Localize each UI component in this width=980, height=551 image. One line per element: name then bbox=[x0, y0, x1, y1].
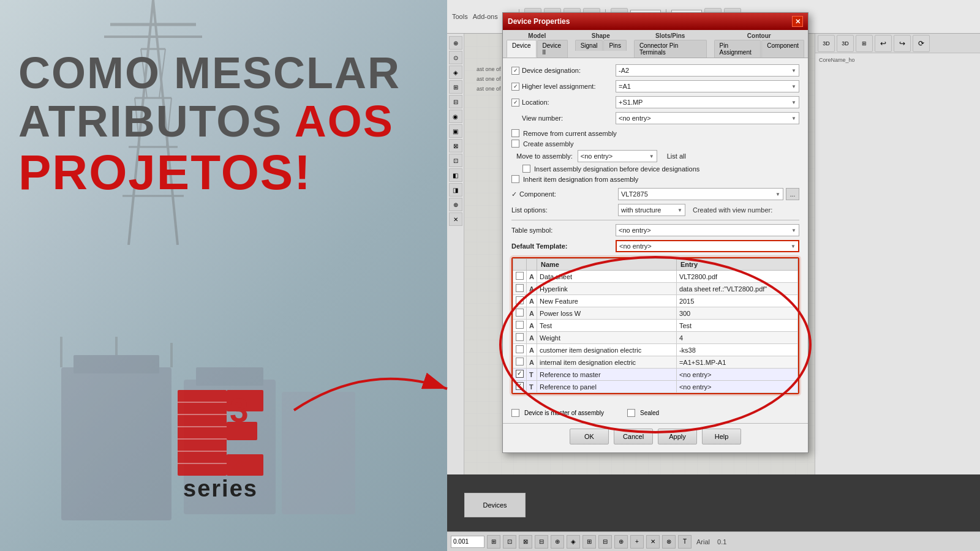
component-input[interactable]: VLT2875 ▼ bbox=[618, 188, 783, 200]
corename-label: CoreName_ho bbox=[819, 57, 976, 63]
snap-input[interactable]: 0.001 bbox=[451, 536, 484, 548]
attr-row-checkbox[interactable] bbox=[516, 296, 524, 304]
attr-row-name: Power loss W bbox=[537, 307, 676, 320]
bottom-btn-text[interactable]: T bbox=[678, 535, 692, 549]
right-panel-btn-3[interactable]: ⊞ bbox=[856, 35, 873, 52]
device-designation-label: Device designation: bbox=[511, 67, 616, 75]
right-panel-btn-4[interactable]: ↩ bbox=[875, 35, 892, 52]
tab-connector-pin-terminals[interactable]: Connector Pin Terminals bbox=[634, 40, 707, 58]
bottom-btn-7[interactable]: ⊞ bbox=[582, 535, 596, 549]
bottom-btn-5[interactable]: ⊕ bbox=[551, 535, 564, 549]
default-template-input[interactable]: <no entry> ▼ bbox=[616, 240, 799, 252]
side-btn-11[interactable]: ◨ bbox=[449, 183, 462, 197]
side-btn-7[interactable]: ▣ bbox=[449, 124, 462, 138]
inherit-checkbox[interactable] bbox=[511, 175, 519, 183]
device-designation-arrow: ▼ bbox=[791, 68, 796, 73]
bottom-btn-11[interactable]: ✕ bbox=[646, 535, 660, 549]
side-btn-6[interactable]: ◉ bbox=[449, 110, 462, 123]
location-input[interactable]: +S1.MP ▼ bbox=[616, 96, 799, 108]
dialog-close-button[interactable]: ✕ bbox=[792, 16, 803, 27]
tab-slots-items: Connector Pin Terminals bbox=[634, 40, 707, 58]
bottom-btn-10[interactable]: + bbox=[630, 535, 644, 549]
bottom-row-1: Device is master of assembly Sealed bbox=[511, 409, 799, 417]
attr-row-checkbox[interactable] bbox=[516, 284, 524, 292]
cancel-button[interactable]: Cancel bbox=[614, 429, 653, 444]
component-ellipsis-button[interactable]: ... bbox=[786, 188, 799, 200]
side-btn-2[interactable]: ⊙ bbox=[449, 51, 462, 64]
menu-addons[interactable]: Add-ons bbox=[473, 13, 498, 20]
attr-table-row: APower loss W300 bbox=[513, 307, 798, 320]
location-arrow: ▼ bbox=[791, 100, 796, 105]
help-button[interactable]: Help bbox=[702, 429, 741, 444]
attr-row-checkbox[interactable] bbox=[516, 382, 524, 390]
dialog-title: Device Properties bbox=[508, 17, 570, 26]
bottom-btn-1[interactable]: ⊞ bbox=[487, 535, 500, 549]
attr-row-checkbox[interactable] bbox=[516, 309, 524, 317]
menu-tools[interactable]: Tools bbox=[452, 13, 468, 20]
higher-level-checkbox[interactable] bbox=[511, 83, 519, 91]
bottom-btn-6[interactable]: ◈ bbox=[567, 535, 580, 549]
component-checkbox[interactable] bbox=[511, 190, 517, 198]
side-btn-4[interactable]: ⊞ bbox=[449, 80, 462, 94]
attr-row-checkbox[interactable] bbox=[516, 321, 524, 329]
tab-device-ii[interactable]: Device II bbox=[537, 40, 568, 58]
right-panel-btn-1[interactable]: 3D bbox=[818, 35, 835, 52]
device-designation-input[interactable]: -A2 ▼ bbox=[616, 64, 799, 77]
side-btn-5[interactable]: ⊟ bbox=[449, 95, 462, 108]
attr-row-checkbox[interactable] bbox=[516, 272, 524, 280]
tab-device[interactable]: Device bbox=[507, 40, 537, 58]
location-label-text: Location: bbox=[522, 99, 549, 106]
list-options-select[interactable]: with structure ▼ bbox=[618, 204, 685, 216]
devices-panel[interactable]: Devices bbox=[464, 493, 526, 517]
side-btn-3[interactable]: ◈ bbox=[449, 66, 462, 79]
attributes-table: Name Entry AData sheetVLT2800.pdfAHyperl… bbox=[513, 258, 798, 393]
bottom-btn-3[interactable]: ⊠ bbox=[519, 535, 532, 549]
higher-level-input[interactable]: =A1 ▼ bbox=[616, 80, 799, 92]
side-btn-close[interactable]: ✕ bbox=[449, 212, 462, 226]
tab-contour-group-label: Contour bbox=[747, 32, 771, 40]
side-btn-8[interactable]: ⊠ bbox=[449, 139, 462, 152]
attr-row-checkbox[interactable] bbox=[516, 370, 524, 378]
sealed-checkbox[interactable] bbox=[627, 409, 635, 417]
side-btn-1[interactable]: ⊕ bbox=[449, 36, 462, 50]
side-btn-12[interactable]: ⊕ bbox=[449, 198, 462, 211]
ok-button[interactable]: OK bbox=[570, 429, 609, 444]
apply-button[interactable]: Apply bbox=[658, 429, 697, 444]
font-size-label: 0.1 bbox=[717, 538, 726, 545]
insert-assembly-checkbox[interactable] bbox=[522, 165, 530, 173]
table-symbol-input[interactable]: <no entry> ▼ bbox=[616, 224, 799, 236]
device-designation-checkbox[interactable] bbox=[511, 67, 519, 75]
view-number-label: View number: bbox=[511, 114, 616, 122]
attr-row-checkbox[interactable] bbox=[516, 358, 524, 365]
component-label: Component: bbox=[511, 190, 616, 198]
tab-component[interactable]: Component bbox=[761, 40, 804, 58]
bottom-cad-toolbar: 0.001 ⊞ ⊡ ⊠ ⊟ ⊕ ◈ ⊞ ⊟ ⊕ + ✕ ⊗ T Arial 0.… bbox=[447, 531, 980, 551]
remove-assembly-checkbox[interactable] bbox=[511, 129, 519, 137]
bottom-btn-2[interactable]: ⊡ bbox=[503, 535, 516, 549]
attr-row-checkbox[interactable] bbox=[516, 345, 524, 353]
attr-row-checkbox[interactable] bbox=[516, 333, 524, 341]
tab-pin-assignment[interactable]: Pin Assignment bbox=[714, 40, 761, 58]
view-number-row: View number: <no entry> ▼ bbox=[511, 112, 799, 124]
bottom-btn-9[interactable]: ⊕ bbox=[614, 535, 628, 549]
svg-text:3: 3 bbox=[230, 391, 249, 429]
move-to-assembly-input[interactable]: <no entry> ▼ bbox=[578, 150, 657, 162]
device-properties-dialog: Device Properties ✕ Model Device Device … bbox=[502, 12, 809, 453]
tab-pins[interactable]: Pins bbox=[603, 40, 626, 51]
right-panel-btn-6[interactable]: ⟳ bbox=[913, 35, 930, 52]
side-btn-9[interactable]: ⊡ bbox=[449, 154, 462, 167]
bottom-btn-4[interactable]: ⊟ bbox=[535, 535, 548, 549]
bottom-btn-8[interactable]: ⊟ bbox=[598, 535, 612, 549]
location-checkbox[interactable] bbox=[511, 99, 519, 107]
attr-row-type: A bbox=[527, 307, 537, 320]
tab-signal[interactable]: Signal bbox=[575, 40, 603, 51]
svg-rect-16 bbox=[282, 392, 355, 514]
side-btn-10[interactable]: ◧ bbox=[449, 168, 462, 182]
bottom-btn-12[interactable]: ⊗ bbox=[662, 535, 676, 549]
create-assembly-checkbox[interactable] bbox=[511, 140, 519, 148]
view-number-input[interactable]: <no entry> ▼ bbox=[616, 112, 799, 124]
divider-1 bbox=[511, 220, 799, 220]
device-master-checkbox[interactable] bbox=[511, 409, 519, 417]
right-panel-btn-5[interactable]: ↪ bbox=[894, 35, 911, 52]
right-panel-btn-2[interactable]: 3D bbox=[837, 35, 854, 52]
